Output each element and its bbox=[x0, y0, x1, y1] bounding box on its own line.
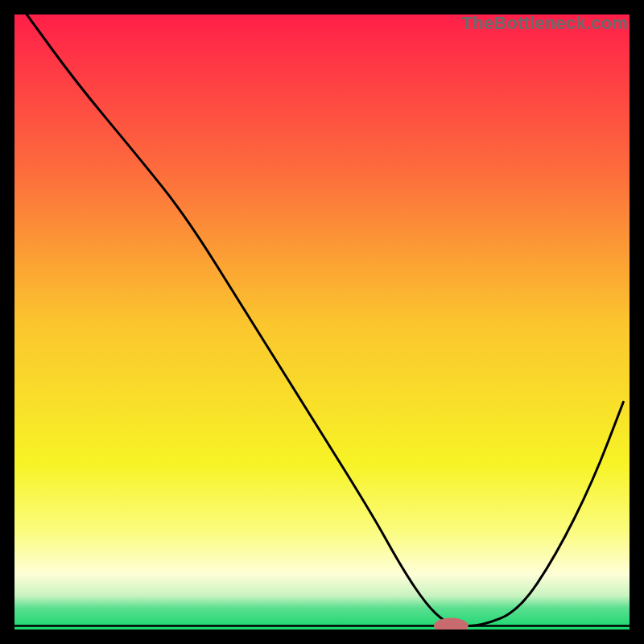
chart-frame: TheBottleneck.com bbox=[14, 14, 630, 630]
bottleneck-chart bbox=[14, 14, 630, 630]
gradient-background bbox=[14, 14, 630, 630]
watermark-label: TheBottleneck.com bbox=[462, 13, 628, 34]
